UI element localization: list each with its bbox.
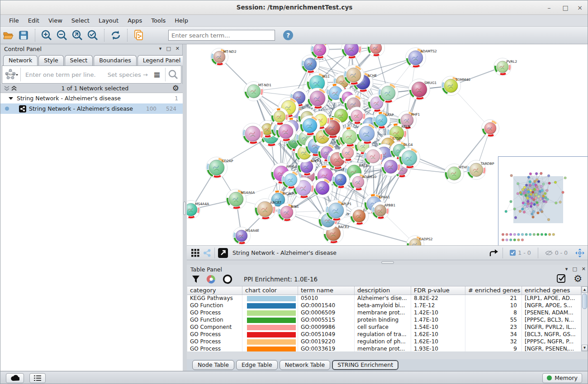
string-search-icon[interactable] (166, 69, 181, 80)
filter-icon[interactable] (191, 275, 200, 284)
network-node[interactable] (313, 178, 332, 198)
enrichment-row[interactable]: GO ProcessGO:0019220regulation of ph...1… (187, 338, 581, 346)
float-panel-icon[interactable]: ▾ (159, 46, 162, 52)
network-node[interactable]: MT-ND1 (244, 82, 272, 101)
open-in-new-window-icon[interactable] (218, 248, 228, 258)
network-node[interactable]: PVRL2 (494, 58, 517, 76)
network-node[interactable] (300, 116, 320, 136)
undock-panel-icon[interactable]: □ (572, 266, 577, 272)
tab-legend-panel[interactable]: Legend Panel (138, 55, 186, 66)
tab-node-table[interactable]: Node Table (192, 360, 234, 370)
network-node[interactable]: APBB1 (372, 202, 396, 220)
birds-eye-toggle-icon[interactable] (575, 248, 585, 258)
column-header-FDRp-value[interactable]: FDR p-value (411, 286, 465, 295)
network-node[interactable]: BIN1 (278, 203, 299, 222)
string-options-icon[interactable]: ≡ (149, 70, 165, 80)
column-header-category[interactable]: category (187, 286, 242, 295)
network-row[interactable]: String Network - Alzheimer's disease 100… (0, 103, 183, 114)
enrichment-settings-gear-icon[interactable]: ⚙ (574, 274, 582, 284)
enrichment-row[interactable]: GO ProcessGO:0033619membrane prot...1.93… (187, 346, 581, 351)
network-node[interactable]: MT-ND2 (211, 48, 237, 66)
network-panel-gear-icon[interactable]: ⚙ (172, 84, 179, 92)
network-node[interactable]: CD2AP (206, 157, 233, 178)
network-node[interactable] (381, 157, 401, 177)
memory-button[interactable]: Memory (542, 373, 582, 383)
splitter-handle[interactable] (183, 201, 186, 215)
menu-layout[interactable]: Layout (95, 16, 123, 25)
network-node[interactable]: MS4A4A (187, 201, 209, 219)
menu-file[interactable]: File (5, 16, 23, 25)
zoom-fit-icon[interactable] (71, 28, 84, 42)
refresh-icon[interactable] (109, 28, 123, 42)
tab-string-enrichment[interactable]: STRING Enrichment (332, 360, 398, 370)
tab-boundaries[interactable]: Boundaries (94, 55, 136, 66)
scroll-up-button[interactable]: ▲ (582, 286, 588, 293)
string-logo-dropdown[interactable]: STRING (2, 66, 20, 83)
network-node[interactable]: ADAM10 (350, 173, 377, 191)
close-panel-icon[interactable]: ✕ (175, 46, 180, 52)
close-panel-icon[interactable]: ✕ (582, 266, 586, 272)
set-species-hint[interactable]: Set species → (108, 71, 148, 78)
cloud-tasks-button[interactable] (6, 373, 24, 383)
network-node[interactable] (307, 88, 328, 109)
column-header-description[interactable]: description (355, 286, 411, 295)
tab-select[interactable]: Select (65, 55, 93, 66)
tree-expander-icon[interactable] (9, 97, 13, 100)
tab-network-table[interactable]: Network Table (280, 360, 331, 370)
birds-eye-view[interactable] (498, 156, 588, 246)
network-node[interactable] (399, 148, 420, 169)
float-panel-icon[interactable]: ▾ (565, 266, 568, 272)
scroll-down-button[interactable]: ▼ (582, 345, 588, 351)
network-node[interactable] (282, 171, 300, 189)
maximize-button[interactable]: □ (559, 2, 572, 13)
network-node[interactable] (344, 65, 364, 85)
network-node[interactable] (348, 107, 366, 125)
undock-panel-icon[interactable]: □ (166, 46, 171, 52)
enrichment-row[interactable]: KEGG Pathways05010Alzheimer's dise...8.8… (187, 295, 581, 302)
grid-view-icon[interactable] (191, 249, 199, 257)
network-node[interactable]: MS4A6A (226, 189, 256, 210)
zoom-in-icon[interactable] (40, 28, 53, 42)
enrichment-row[interactable]: GO ComponentGO:0009986cell surface1.54E-… (187, 324, 581, 331)
table-scrollbar[interactable]: ▲ ▼ (581, 286, 588, 351)
string-query-input[interactable]: Enter one term per line. (25, 71, 96, 78)
network-node[interactable] (341, 44, 362, 59)
zoom-selected-icon[interactable] (86, 28, 100, 42)
network-node[interactable]: MS4A4E (233, 227, 260, 245)
menu-tools[interactable]: Tools (147, 16, 170, 25)
menu-apps[interactable]: Apps (123, 16, 146, 25)
network-node[interactable]: TOMM40 (441, 76, 470, 96)
network-canvas[interactable]: MT-ND2MT-ND1VSNL1GAB2ADAMTS2PVRL2TOMM40S… (187, 44, 588, 246)
minimize-button[interactable]: – (542, 2, 556, 13)
save-session-icon[interactable] (17, 28, 30, 42)
enrichment-row[interactable]: GO FunctionGO:0001540beta-amyloid bi...1… (187, 302, 581, 309)
horizontal-splitter[interactable] (187, 260, 588, 265)
splitter-handle[interactable] (381, 261, 394, 264)
clear-rings-icon[interactable] (222, 274, 233, 285)
network-node[interactable] (242, 123, 264, 145)
task-history-button[interactable] (29, 373, 46, 383)
menu-edit[interactable]: Edit (24, 16, 43, 25)
tab-style[interactable]: Style (38, 55, 63, 66)
network-node[interactable] (356, 123, 378, 145)
network-node[interactable] (378, 83, 398, 103)
collapse-all-icon[interactable] (3, 85, 10, 92)
help-icon[interactable]: ? (281, 28, 295, 42)
network-node[interactable]: TARDBP (467, 160, 495, 180)
expand-all-icon[interactable] (10, 85, 18, 92)
enrichment-chart-icon[interactable] (206, 274, 217, 285)
enrichment-row[interactable]: GO FunctionGO:0005515protein binding1.47… (187, 317, 581, 324)
network-node[interactable] (271, 108, 289, 126)
scroll-thumb[interactable] (582, 294, 587, 309)
network-node[interactable]: SMUG1 (409, 79, 437, 100)
network-collection-row[interactable]: String Network - Alzheimer's disease 1 (0, 93, 183, 103)
menu-view[interactable]: View (44, 16, 66, 25)
zoom-out-icon[interactable] (55, 28, 69, 42)
network-node[interactable] (332, 171, 350, 189)
network-node[interactable] (482, 120, 499, 137)
import-network-icon[interactable] (132, 28, 146, 42)
menu-help[interactable]: Help (171, 16, 192, 25)
network-node[interactable] (364, 147, 383, 166)
vertical-splitter[interactable] (183, 44, 187, 371)
close-button[interactable]: × (573, 2, 587, 13)
